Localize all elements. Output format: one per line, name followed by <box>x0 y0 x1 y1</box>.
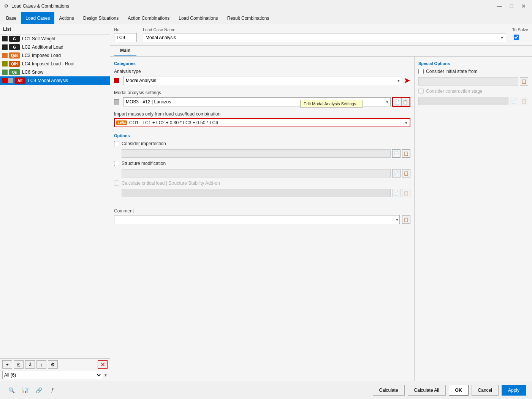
tab-main[interactable]: Main <box>114 46 136 56</box>
menu-action-combinations[interactable]: Action Combinations <box>123 12 174 24</box>
import-masses-row: SE/M CO1 - LC1 + LC2 + 0.30 * LC3 + 0.50… <box>114 118 410 127</box>
badge-ae: AE <box>15 78 25 84</box>
maximize-button[interactable]: □ <box>506 2 517 11</box>
comment-select[interactable] <box>114 215 400 224</box>
calculate-button[interactable]: Calculate <box>373 385 405 396</box>
content-area: Categories Analysis type Modal Analysis … <box>110 57 532 381</box>
menu-load-combinations[interactable]: Load Combinations <box>174 12 222 24</box>
menu-result-combinations[interactable]: Result Combinations <box>223 12 274 24</box>
menu-design-situations[interactable]: Design Situations <box>79 12 123 24</box>
to-solve-checkbox[interactable] <box>514 35 519 40</box>
critical-load-add-btn[interactable]: 📋 <box>402 189 410 197</box>
color-square <box>2 61 8 66</box>
structure-mod-input <box>122 169 391 177</box>
formula-icon-button[interactable]: ƒ <box>47 386 58 395</box>
construction-stage-add-btn[interactable]: 📋 <box>520 97 528 105</box>
main-container: List G LC1 Self-Weight G LC2 Additional … <box>0 24 532 381</box>
initial-state-input <box>418 77 518 86</box>
list-item-selected[interactable]: AE LC9 Modal Analysis <box>0 76 110 85</box>
lc-number: LC1 <box>22 36 30 41</box>
ok-button[interactable]: OK <box>449 385 469 396</box>
menu-base[interactable]: Base <box>2 12 21 24</box>
to-solve-checkbox-wrapper <box>512 33 528 41</box>
load-case-name-select[interactable]: Modal Analysis <box>143 33 506 42</box>
no-input[interactable] <box>114 33 137 42</box>
apply-button[interactable]: Apply <box>502 385 526 396</box>
link-icon-button[interactable]: 🔗 <box>33 386 44 395</box>
analysis-type-field-row: Modal Analysis Static Nonlinear ▼ <box>114 76 401 85</box>
structure-mod-add-btn[interactable]: 📋 <box>402 169 410 177</box>
badge-qib: QiB <box>9 52 20 59</box>
lc-name: Imposed Load <box>32 53 61 58</box>
sort-button[interactable]: ↕ <box>36 360 46 369</box>
color-square-red <box>2 78 8 83</box>
menu-bar: Base Load Cases Actions Design Situation… <box>0 12 532 24</box>
analysis-type-color-icon <box>114 78 119 83</box>
close-button[interactable]: ✕ <box>518 2 529 11</box>
critical-load-option-row: Calculate critical load | Structure Stab… <box>114 180 410 186</box>
comment-edit-btn[interactable]: 📋 <box>402 215 410 224</box>
menu-actions[interactable]: Actions <box>54 12 78 24</box>
list-footer: + ⎘ ⇩ ↕ ⚙ ✕ All (6) ▼ <box>0 358 110 381</box>
menu-load-cases[interactable]: Load Cases <box>21 12 54 24</box>
initial-state-add-btn[interactable]: 📋 <box>520 77 528 86</box>
structure-mod-option-row: Structure modification <box>114 161 410 166</box>
structure-mod-label: Structure modification <box>122 161 166 166</box>
critical-load-checkbox[interactable] <box>114 180 119 186</box>
list-item[interactable]: G LC1 Self-Weight <box>0 35 110 43</box>
filter-select[interactable]: All (6) <box>2 371 102 379</box>
import-masses-dropdown[interactable]: SE/M CO1 - LC1 + LC2 + 0.30 * LC3 + 0.50… <box>114 118 410 127</box>
delete-button[interactable]: ✕ <box>98 360 108 369</box>
minimize-button[interactable]: — <box>494 2 505 11</box>
lc-number: LC3 <box>22 53 30 58</box>
color-square <box>2 36 8 41</box>
search-icon-button[interactable]: 🔍 <box>6 386 17 395</box>
lc-number: LC2 <box>22 44 30 50</box>
modal-settings-add-button[interactable]: 📋 <box>401 98 410 106</box>
import-button[interactable]: ⇩ <box>25 360 35 369</box>
modal-settings-label: Modal analysis settings <box>114 90 410 95</box>
imperfection-checkbox[interactable] <box>114 141 119 146</box>
modal-settings-edit-button[interactable]: 📄 <box>393 98 401 106</box>
lc-number: LC6 <box>22 70 30 75</box>
calculate-all-button[interactable]: Calculate All <box>408 385 446 396</box>
special-options-title: Special Options <box>418 61 528 66</box>
badge-g: G <box>9 36 20 42</box>
list-item[interactable]: QiB LC3 Imposed Load <box>0 51 110 60</box>
structure-mod-checkbox[interactable] <box>114 161 119 166</box>
construction-stage-checkbox[interactable] <box>418 89 424 94</box>
comment-label: Comment <box>114 208 410 214</box>
arrow-indicator-icon: ➤ <box>404 76 410 86</box>
app-icon: ⚙ <box>3 3 9 9</box>
copy-item-button[interactable]: ⎘ <box>14 360 24 369</box>
content-right: Special Options Consider initial state f… <box>414 57 532 381</box>
list-item[interactable]: Qs LC6 Snow <box>0 68 110 76</box>
imperfection-add-btn[interactable]: 📋 <box>402 149 410 158</box>
new-item-button[interactable]: + <box>2 360 12 369</box>
construction-stage-edit-btn[interactable]: 📄 <box>510 97 518 105</box>
cancel-button[interactable]: Cancel <box>472 385 499 396</box>
initial-state-checkbox[interactable] <box>418 69 424 74</box>
construction-stage-input <box>418 97 508 105</box>
lc-name: Self-Weight <box>32 36 55 41</box>
critical-load-edit-btn[interactable]: 📄 <box>392 189 401 197</box>
initial-state-option-row: Consider initial state from <box>418 69 528 74</box>
load-case-name-label: Load Case Name <box>143 27 506 32</box>
tab-strip: Main <box>110 46 532 57</box>
construction-stage-input-row: 📄 📋 <box>418 97 528 105</box>
list-item[interactable]: G LC2 Additional Load <box>0 43 110 51</box>
structure-mod-edit-btn[interactable]: 📄 <box>392 169 401 177</box>
load-case-name-field: Load Case Name Modal Analysis ▼ <box>143 27 506 42</box>
analysis-type-select[interactable]: Modal Analysis Static Nonlinear <box>123 76 402 85</box>
comment-row: ▼ 📋 <box>114 215 410 224</box>
zoom-icon-button[interactable]: 📊 <box>20 386 30 395</box>
import-masses-chevron-icon: ▼ <box>404 121 410 125</box>
list-item[interactable]: QiH LC4 Imposed Load - Roof <box>0 60 110 68</box>
badge-qih: QiH <box>9 61 20 67</box>
analysis-type-group: Analysis type Modal Analysis Static Nonl… <box>114 69 410 86</box>
settings-button[interactable]: ⚙ <box>48 360 58 369</box>
options-section-title: Options <box>114 133 410 138</box>
no-label: No. <box>114 27 137 32</box>
color-square <box>2 53 8 58</box>
imperfection-edit-btn[interactable]: 📄 <box>392 149 401 158</box>
